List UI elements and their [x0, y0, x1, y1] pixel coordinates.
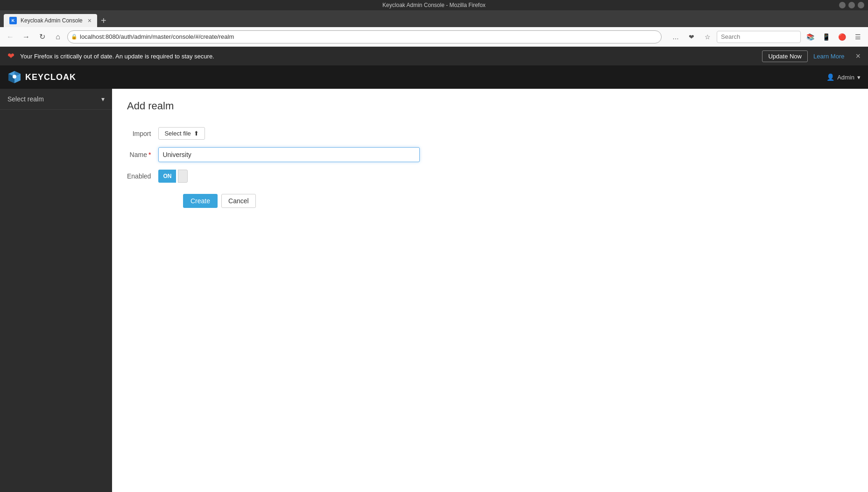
enabled-toggle: ON [158, 170, 420, 183]
realm-chevron-icon: ▾ [101, 95, 105, 103]
browser-title: Keycloak Admin Console - Mozilla Firefox [382, 2, 486, 8]
close-btn[interactable] [858, 2, 864, 8]
learn-more-link[interactable]: Learn More [813, 53, 844, 60]
container-tabs-button[interactable]: 🔴 [835, 30, 848, 43]
select-file-label: Select file [164, 130, 191, 137]
app-container: KEYCLOAK 👤 Admin ▾ Select realm ▾ Add re… [0, 65, 868, 492]
tab-close-btn[interactable]: × [88, 17, 92, 24]
search-input[interactable] [717, 31, 801, 43]
keycloak-logo-icon [7, 70, 21, 84]
import-label: Import [127, 123, 158, 143]
logo-text: KEYCLOAK [25, 72, 76, 82]
toggle-off-button[interactable] [178, 170, 188, 183]
browser-toolbar: ← → ↻ ⌂ 🔒 … ❤ ☆ 📚 📱 🔴 ☰ [0, 27, 868, 47]
window-controls [839, 2, 864, 8]
create-button[interactable]: Create [183, 194, 218, 208]
svg-point-3 [13, 75, 16, 78]
admin-chevron-icon: ▾ [857, 74, 861, 81]
bookmarks-sidebar-button[interactable]: 📚 [804, 30, 817, 43]
enabled-control: ON [158, 166, 420, 186]
more-options-button[interactable]: … [669, 30, 682, 43]
update-now-button[interactable]: Update Now [762, 50, 808, 62]
bookmark-button[interactable]: ☆ [701, 30, 714, 43]
admin-label: Admin [837, 74, 854, 81]
name-label: Name* [127, 143, 158, 166]
warning-heart-icon: ❤ [7, 51, 14, 61]
lock-icon: 🔒 [71, 34, 78, 40]
pocket-button[interactable]: ❤ [685, 30, 698, 43]
select-realm-dropdown[interactable]: Select realm ▾ [0, 89, 112, 110]
notification-text: Your Firefox is critically out of date. … [20, 53, 756, 60]
enabled-label: Enabled [127, 166, 158, 186]
forward-button[interactable]: → [20, 30, 33, 43]
refresh-button[interactable]: ↻ [35, 30, 49, 43]
app-main: Select realm ▾ Add realm Import Select f… [0, 89, 868, 492]
import-control: Select file ⬆ [158, 123, 420, 143]
select-file-button[interactable]: Select file ⬆ [158, 127, 205, 140]
browser-tab-active[interactable]: K Keycloak Admin Console × [4, 14, 97, 27]
name-control [158, 143, 420, 166]
address-bar-container: 🔒 [67, 30, 662, 43]
browser-titlebar: Keycloak Admin Console - Mozilla Firefox [0, 0, 868, 10]
new-tab-button[interactable]: + [97, 14, 110, 27]
back-button[interactable]: ← [4, 30, 17, 43]
form-actions: Create Cancel [127, 194, 853, 208]
close-notification-button[interactable]: × [855, 51, 861, 61]
realm-name-input[interactable] [158, 147, 420, 162]
notification-bar: ❤ Your Firefox is critically out of date… [0, 47, 868, 65]
required-indicator: * [148, 151, 151, 158]
cancel-button[interactable]: Cancel [221, 194, 256, 208]
name-row: Name* [127, 143, 420, 166]
add-realm-form: Import Select file ⬆ Name* [127, 123, 420, 186]
menu-button[interactable]: ☰ [851, 30, 864, 43]
toggle-on-button[interactable]: ON [158, 170, 176, 183]
tab-title: Keycloak Admin Console [21, 17, 83, 24]
app-topnav: KEYCLOAK 👤 Admin ▾ [0, 65, 868, 89]
synced-tabs-button[interactable]: 📱 [819, 30, 833, 43]
maximize-btn[interactable] [848, 2, 855, 8]
user-icon: 👤 [826, 73, 834, 81]
import-row: Import Select file ⬆ [127, 123, 420, 143]
sidebar: Select realm ▾ [0, 89, 112, 492]
enabled-row: Enabled ON [127, 166, 420, 186]
address-input[interactable] [67, 30, 662, 43]
minimize-btn[interactable] [839, 2, 846, 8]
upload-icon: ⬆ [194, 130, 199, 137]
tab-favicon: K [9, 17, 17, 24]
toolbar-right [717, 31, 801, 43]
select-realm-label: Select realm [7, 95, 44, 103]
home-button[interactable]: ⌂ [51, 30, 64, 43]
admin-menu[interactable]: 👤 Admin ▾ [826, 73, 861, 81]
browser-tabbar: K Keycloak Admin Console × + [0, 10, 868, 27]
page-title: Add realm [127, 100, 853, 112]
keycloak-logo: KEYCLOAK [7, 70, 76, 84]
content-area: Add realm Import Select file ⬆ Name* [112, 89, 868, 492]
